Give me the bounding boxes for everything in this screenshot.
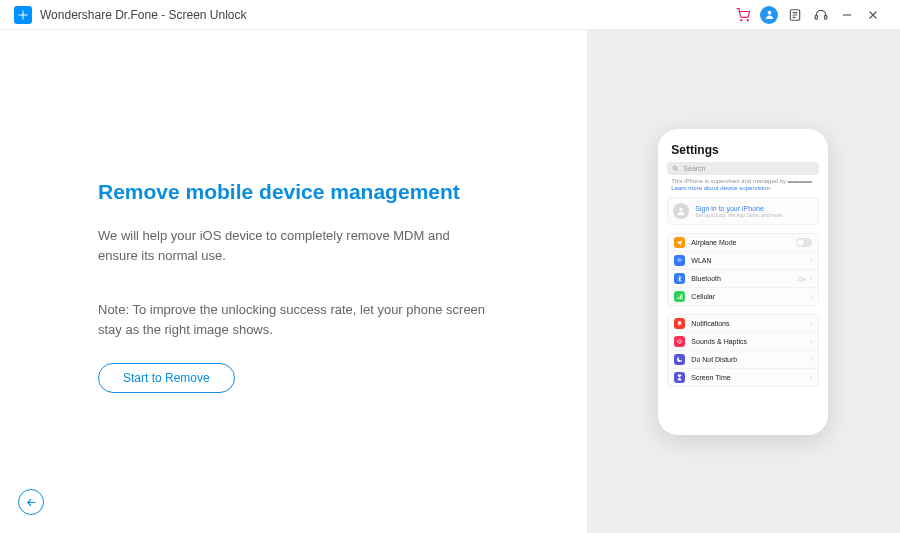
phone-signin-card: Sign in to your iPhone Set up iCloud, th… <box>667 197 819 225</box>
phone-group-1: Airplane ModeWLAN›BluetoothOn›Cellular› <box>667 233 819 306</box>
phone-row-value: On <box>798 276 806 282</box>
page-heading: Remove mobile device management <box>98 180 537 204</box>
phone-settings-title: Settings <box>667 143 819 162</box>
phone-row-sounds-haptics: Sounds & Haptics› <box>668 333 818 351</box>
cart-icon[interactable] <box>730 2 756 28</box>
phone-row-notifications: Notifications› <box>668 315 818 333</box>
phone-row-label: Bluetooth <box>691 275 798 282</box>
phone-row-cellular: Cellular› <box>668 288 818 305</box>
hourglass-icon <box>674 372 685 383</box>
phone-search: Search <box>667 162 819 175</box>
phone-mockup: Settings Search This iPhone is supervise… <box>658 129 828 435</box>
chevron-right-icon: › <box>810 293 812 300</box>
right-pane: Settings Search This iPhone is supervise… <box>587 30 900 533</box>
phone-row-label: WLAN <box>691 257 810 264</box>
phone-row-wlan: WLAN› <box>668 252 818 270</box>
bluetooth-icon <box>674 273 685 284</box>
phone-row-label: Airplane Mode <box>691 239 796 246</box>
phone-row-airplane-mode: Airplane Mode <box>668 234 818 252</box>
phone-row-screen-time: Screen Time› <box>668 369 818 386</box>
svg-point-0 <box>741 19 742 20</box>
toggle <box>796 238 812 247</box>
chevron-right-icon: › <box>810 356 812 363</box>
titlebar: Wondershare Dr.Fone - Screen Unlock <box>0 0 900 30</box>
phone-row-label: Cellular <box>691 293 810 300</box>
page-description: We will help your iOS device to complete… <box>98 226 488 266</box>
headset-icon[interactable] <box>808 2 834 28</box>
page-note: Note: To improve the unlocking success r… <box>98 300 488 340</box>
left-pane: Remove mobile device management We will … <box>0 30 587 533</box>
chevron-right-icon: › <box>810 275 812 282</box>
app-title: Wondershare Dr.Fone - Screen Unlock <box>40 8 247 22</box>
start-remove-button[interactable]: Start to Remove <box>98 363 235 393</box>
phone-signin-label: Sign in to your iPhone <box>695 205 783 212</box>
svg-point-2 <box>767 11 771 15</box>
svg-point-7 <box>680 208 683 211</box>
sound-icon <box>674 336 685 347</box>
phone-search-placeholder: Search <box>683 165 705 172</box>
moon-icon <box>674 354 685 365</box>
minimize-icon[interactable] <box>834 2 860 28</box>
phone-group-2: Notifications›Sounds & Haptics›Do Not Di… <box>667 314 819 387</box>
phone-row-label: Sounds & Haptics <box>691 338 810 345</box>
phone-row-bluetooth: BluetoothOn› <box>668 270 818 288</box>
close-icon[interactable] <box>860 2 886 28</box>
app-logo <box>14 6 32 24</box>
user-avatar-icon[interactable] <box>760 6 778 24</box>
phone-row-do-not-disturb: Do Not Disturb› <box>668 351 818 369</box>
phone-row-label: Notifications <box>691 320 810 327</box>
phone-row-label: Do Not Disturb <box>691 356 810 363</box>
wifi-icon <box>674 255 685 266</box>
avatar-icon <box>673 203 689 219</box>
bell-icon <box>674 318 685 329</box>
svg-rect-5 <box>825 15 827 18</box>
chevron-right-icon: › <box>810 338 812 345</box>
chevron-right-icon: › <box>810 320 812 327</box>
phone-signin-sub: Set up iCloud, the App Store, and more. <box>695 212 783 218</box>
svg-rect-4 <box>815 15 817 18</box>
svg-point-6 <box>673 166 677 170</box>
cellular-icon <box>674 291 685 302</box>
chevron-right-icon: › <box>810 257 812 264</box>
phone-row-label: Screen Time <box>691 374 810 381</box>
back-button[interactable] <box>18 489 44 515</box>
feedback-icon[interactable] <box>782 2 808 28</box>
phone-mdm-notice: This iPhone is supervised and managed by… <box>667 178 819 198</box>
svg-point-1 <box>747 19 748 20</box>
airplane-icon <box>674 237 685 248</box>
chevron-right-icon: › <box>810 374 812 381</box>
phone-mdm-link: Learn more about device supervision <box>671 185 769 191</box>
